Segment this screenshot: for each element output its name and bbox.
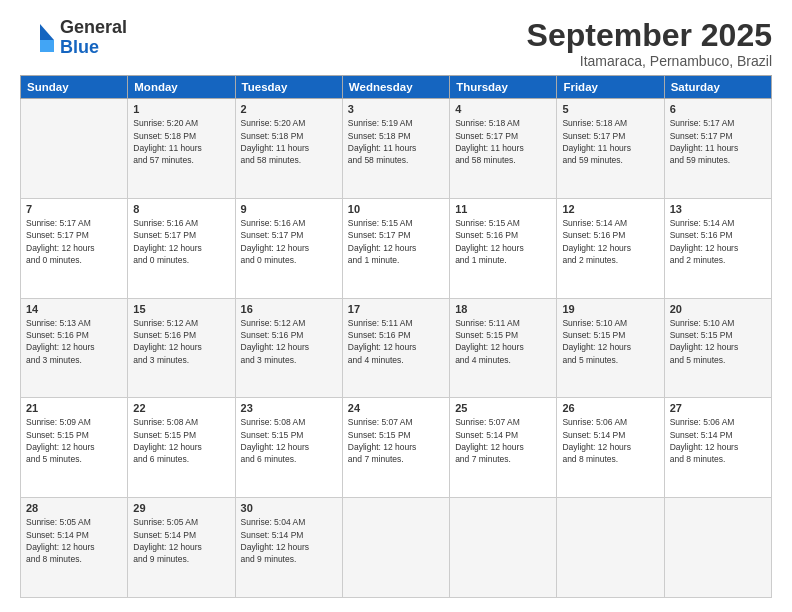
header: General Blue September 2025 Itamaraca, P… [20,18,772,69]
day-cell [342,498,449,598]
day-info: Sunrise: 5:10 AM Sunset: 5:15 PM Dayligh… [562,317,658,366]
week-row-3: 14Sunrise: 5:13 AM Sunset: 5:16 PM Dayli… [21,298,772,398]
day-cell: 10Sunrise: 5:15 AM Sunset: 5:17 PM Dayli… [342,198,449,298]
day-cell: 11Sunrise: 5:15 AM Sunset: 5:16 PM Dayli… [450,198,557,298]
day-cell: 27Sunrise: 5:06 AM Sunset: 5:14 PM Dayli… [664,398,771,498]
day-number: 22 [133,402,229,414]
day-cell: 30Sunrise: 5:04 AM Sunset: 5:14 PM Dayli… [235,498,342,598]
day-number: 1 [133,103,229,115]
day-cell: 20Sunrise: 5:10 AM Sunset: 5:15 PM Dayli… [664,298,771,398]
day-cell: 19Sunrise: 5:10 AM Sunset: 5:15 PM Dayli… [557,298,664,398]
day-info: Sunrise: 5:08 AM Sunset: 5:15 PM Dayligh… [133,416,229,465]
day-number: 3 [348,103,444,115]
day-cell: 16Sunrise: 5:12 AM Sunset: 5:16 PM Dayli… [235,298,342,398]
day-cell: 1Sunrise: 5:20 AM Sunset: 5:18 PM Daylig… [128,99,235,199]
day-info: Sunrise: 5:11 AM Sunset: 5:16 PM Dayligh… [348,317,444,366]
day-number: 17 [348,303,444,315]
day-number: 13 [670,203,766,215]
day-info: Sunrise: 5:19 AM Sunset: 5:18 PM Dayligh… [348,117,444,166]
day-info: Sunrise: 5:13 AM Sunset: 5:16 PM Dayligh… [26,317,122,366]
day-cell: 23Sunrise: 5:08 AM Sunset: 5:15 PM Dayli… [235,398,342,498]
day-info: Sunrise: 5:12 AM Sunset: 5:16 PM Dayligh… [241,317,337,366]
header-cell-friday: Friday [557,76,664,99]
day-cell: 2Sunrise: 5:20 AM Sunset: 5:18 PM Daylig… [235,99,342,199]
day-number: 20 [670,303,766,315]
day-number: 12 [562,203,658,215]
day-number: 4 [455,103,551,115]
day-info: Sunrise: 5:07 AM Sunset: 5:15 PM Dayligh… [348,416,444,465]
day-cell: 26Sunrise: 5:06 AM Sunset: 5:14 PM Dayli… [557,398,664,498]
day-number: 5 [562,103,658,115]
day-info: Sunrise: 5:17 AM Sunset: 5:17 PM Dayligh… [26,217,122,266]
day-number: 26 [562,402,658,414]
header-cell-tuesday: Tuesday [235,76,342,99]
day-number: 14 [26,303,122,315]
day-info: Sunrise: 5:08 AM Sunset: 5:15 PM Dayligh… [241,416,337,465]
day-info: Sunrise: 5:11 AM Sunset: 5:15 PM Dayligh… [455,317,551,366]
day-info: Sunrise: 5:15 AM Sunset: 5:16 PM Dayligh… [455,217,551,266]
day-info: Sunrise: 5:05 AM Sunset: 5:14 PM Dayligh… [26,516,122,565]
page: General Blue September 2025 Itamaraca, P… [0,0,792,612]
logo-blue: Blue [60,38,127,58]
day-cell: 15Sunrise: 5:12 AM Sunset: 5:16 PM Dayli… [128,298,235,398]
week-row-2: 7Sunrise: 5:17 AM Sunset: 5:17 PM Daylig… [21,198,772,298]
day-number: 7 [26,203,122,215]
day-cell [557,498,664,598]
day-info: Sunrise: 5:12 AM Sunset: 5:16 PM Dayligh… [133,317,229,366]
day-number: 29 [133,502,229,514]
day-cell: 7Sunrise: 5:17 AM Sunset: 5:17 PM Daylig… [21,198,128,298]
header-row: SundayMondayTuesdayWednesdayThursdayFrid… [21,76,772,99]
day-cell [450,498,557,598]
header-cell-wednesday: Wednesday [342,76,449,99]
day-number: 19 [562,303,658,315]
header-cell-thursday: Thursday [450,76,557,99]
week-row-1: 1Sunrise: 5:20 AM Sunset: 5:18 PM Daylig… [21,99,772,199]
day-cell: 4Sunrise: 5:18 AM Sunset: 5:17 PM Daylig… [450,99,557,199]
header-cell-monday: Monday [128,76,235,99]
day-number: 10 [348,203,444,215]
day-number: 21 [26,402,122,414]
day-cell [664,498,771,598]
day-number: 25 [455,402,551,414]
day-cell: 29Sunrise: 5:05 AM Sunset: 5:14 PM Dayli… [128,498,235,598]
day-info: Sunrise: 5:05 AM Sunset: 5:14 PM Dayligh… [133,516,229,565]
day-number: 11 [455,203,551,215]
day-number: 16 [241,303,337,315]
day-info: Sunrise: 5:17 AM Sunset: 5:17 PM Dayligh… [670,117,766,166]
day-number: 27 [670,402,766,414]
day-info: Sunrise: 5:04 AM Sunset: 5:14 PM Dayligh… [241,516,337,565]
header-cell-saturday: Saturday [664,76,771,99]
day-info: Sunrise: 5:06 AM Sunset: 5:14 PM Dayligh… [670,416,766,465]
calendar-table: SundayMondayTuesdayWednesdayThursdayFrid… [20,75,772,598]
day-info: Sunrise: 5:14 AM Sunset: 5:16 PM Dayligh… [670,217,766,266]
logo-icon [20,20,56,56]
location: Itamaraca, Pernambuco, Brazil [527,53,772,69]
day-info: Sunrise: 5:18 AM Sunset: 5:17 PM Dayligh… [562,117,658,166]
week-row-5: 28Sunrise: 5:05 AM Sunset: 5:14 PM Dayli… [21,498,772,598]
day-number: 6 [670,103,766,115]
header-cell-sunday: Sunday [21,76,128,99]
logo: General Blue [20,18,127,58]
day-cell: 22Sunrise: 5:08 AM Sunset: 5:15 PM Dayli… [128,398,235,498]
day-cell: 9Sunrise: 5:16 AM Sunset: 5:17 PM Daylig… [235,198,342,298]
logo-general: General [60,18,127,38]
day-number: 9 [241,203,337,215]
logo-text: General Blue [60,18,127,58]
day-cell: 6Sunrise: 5:17 AM Sunset: 5:17 PM Daylig… [664,99,771,199]
day-cell: 24Sunrise: 5:07 AM Sunset: 5:15 PM Dayli… [342,398,449,498]
day-info: Sunrise: 5:07 AM Sunset: 5:14 PM Dayligh… [455,416,551,465]
day-cell: 3Sunrise: 5:19 AM Sunset: 5:18 PM Daylig… [342,99,449,199]
day-cell: 18Sunrise: 5:11 AM Sunset: 5:15 PM Dayli… [450,298,557,398]
day-cell: 28Sunrise: 5:05 AM Sunset: 5:14 PM Dayli… [21,498,128,598]
month-title: September 2025 [527,18,772,53]
day-number: 28 [26,502,122,514]
day-info: Sunrise: 5:16 AM Sunset: 5:17 PM Dayligh… [241,217,337,266]
week-row-4: 21Sunrise: 5:09 AM Sunset: 5:15 PM Dayli… [21,398,772,498]
day-number: 24 [348,402,444,414]
day-number: 30 [241,502,337,514]
svg-marker-1 [40,40,54,52]
day-info: Sunrise: 5:16 AM Sunset: 5:17 PM Dayligh… [133,217,229,266]
day-cell [21,99,128,199]
day-info: Sunrise: 5:20 AM Sunset: 5:18 PM Dayligh… [241,117,337,166]
title-block: September 2025 Itamaraca, Pernambuco, Br… [527,18,772,69]
